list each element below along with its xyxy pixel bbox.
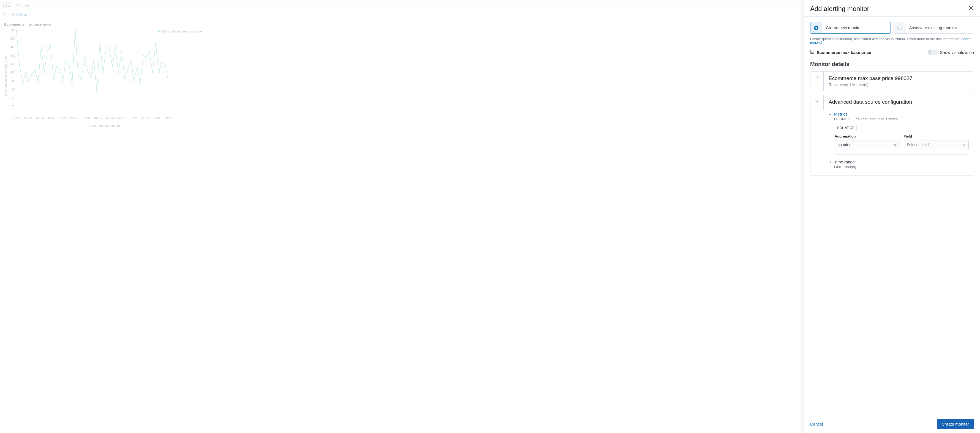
flyout-panel: Add alerting monitor Create new monitor … <box>804 0 980 433</box>
external-link-icon <box>819 41 822 45</box>
metrics-description: COUNT OF . You can add up to 1 metric. <box>834 117 899 121</box>
svg-point-49 <box>53 78 54 79</box>
svg-point-69 <box>115 47 116 48</box>
toggle-knob-off-icon: ✕ <box>928 50 932 54</box>
close-icon <box>969 6 973 10</box>
svg-point-60 <box>87 70 88 71</box>
monitor-name: Ecommerce max base price 998027 <box>829 75 969 81</box>
chart-title: Ecommerce max base price <box>4 22 205 26</box>
svg-text:100: 100 <box>11 71 16 74</box>
advanced-config-collapse[interactable] <box>810 95 824 110</box>
cancel-button[interactable]: Cancel <box>810 422 823 427</box>
svg-point-63 <box>96 91 97 92</box>
svg-text:0: 0 <box>14 113 16 116</box>
monitor-details-expand[interactable] <box>810 71 824 91</box>
svg-point-75 <box>134 80 135 81</box>
svg-text:120: 120 <box>11 62 16 65</box>
svg-text:180: 180 <box>11 37 16 40</box>
svg-point-50 <box>56 66 57 67</box>
svg-point-64 <box>99 42 100 43</box>
legend-label: Max products.base_unit_price <box>161 30 202 33</box>
chevron-down-icon <box>8 4 10 7</box>
svg-text:Jul 09: Jul 09 <box>48 116 55 119</box>
svg-text:12 PM: 12 PM <box>129 116 137 119</box>
advanced-config-accordion: Advanced data source configuration Metri… <box>810 95 974 176</box>
chevron-right-icon <box>815 75 818 78</box>
divider <box>835 154 969 155</box>
radio-create-new-monitor[interactable]: Create new monitor <box>810 22 891 33</box>
svg-text:60: 60 <box>12 88 16 91</box>
advanced-config-title: Advanced data source configuration <box>829 99 969 105</box>
svg-text:12 PM: 12 PM <box>36 116 44 119</box>
filter-icon[interactable] <box>2 12 6 17</box>
svg-point-41 <box>29 81 29 82</box>
chart-legend: Max products.base_unit_price <box>158 30 202 33</box>
chevron-down-icon <box>829 113 832 116</box>
chart-ylabel: Max products.base_unit_price <box>4 56 8 96</box>
svg-text:Tue 11: Tue 11 <box>94 116 103 119</box>
aggregation-select[interactable]: count() <box>835 140 900 149</box>
svg-point-51 <box>59 70 60 71</box>
close-button[interactable] <box>968 5 974 12</box>
legend-dot-icon <box>158 30 160 32</box>
metrics-link[interactable]: Metrics <box>834 112 847 116</box>
show-visualization-label: Show visualization <box>940 50 974 55</box>
svg-point-58 <box>81 78 82 79</box>
svg-point-80 <box>149 51 150 52</box>
svg-point-67 <box>109 49 110 50</box>
svg-point-38 <box>19 64 20 65</box>
svg-point-43 <box>34 70 35 71</box>
radio-associate-existing-monitor[interactable]: Associate existing monitor <box>894 22 974 33</box>
chart-xlabel: order_date per 3 hours <box>4 124 205 127</box>
svg-point-71 <box>121 51 122 52</box>
svg-text:12 PM: 12 PM <box>106 116 114 119</box>
chart-plot: 02040608010012014016018020012 PMSat 0812… <box>8 28 205 124</box>
svg-point-42 <box>31 74 32 75</box>
svg-point-85 <box>164 63 165 65</box>
svg-point-59 <box>84 57 85 58</box>
svg-point-79 <box>146 57 147 58</box>
svg-point-45 <box>40 47 41 48</box>
svg-point-53 <box>65 59 66 60</box>
metrics-collapse[interactable] <box>829 113 832 117</box>
svg-point-61 <box>90 77 91 78</box>
svg-text:12 PM: 12 PM <box>152 116 160 119</box>
svg-point-81 <box>152 72 153 73</box>
svg-point-52 <box>62 81 63 82</box>
svg-point-56 <box>75 30 76 31</box>
flyout-title: Add alerting monitor <box>810 5 869 13</box>
monitor-details-accordion: Ecommerce max base price 998027 Runs eve… <box>810 71 974 91</box>
chart-panel: Ecommerce max base price Max products.ba… <box>2 20 207 130</box>
svg-point-84 <box>161 62 162 63</box>
svg-text:12 PM: 12 PM <box>82 116 90 119</box>
svg-point-83 <box>158 72 159 73</box>
svg-point-48 <box>50 44 51 46</box>
create-monitor-button[interactable]: Create monitor <box>937 419 974 429</box>
svg-point-68 <box>112 66 113 67</box>
svg-point-76 <box>137 67 138 68</box>
radio-create-label: Create new monitor <box>822 22 866 33</box>
timerange-expand[interactable] <box>829 160 832 165</box>
chevron-down-icon <box>815 99 818 102</box>
add-filter-button[interactable]: + Add filter <box>9 13 27 17</box>
index-picker[interactable] <box>1 3 12 9</box>
aggregation-label: Aggregation <box>835 134 900 138</box>
database-icon <box>3 4 7 8</box>
svg-point-47 <box>47 51 48 52</box>
svg-point-40 <box>25 72 26 73</box>
svg-text:Thu 13: Thu 13 <box>140 116 149 119</box>
svg-point-78 <box>143 55 144 56</box>
svg-point-57 <box>78 76 79 78</box>
show-visualization-toggle[interactable]: ✕ <box>928 49 938 55</box>
field-label: Field <box>904 134 969 138</box>
svg-point-37 <box>16 30 17 31</box>
svg-point-0 <box>3 4 6 5</box>
field-select[interactable]: Select a field <box>904 140 969 149</box>
svg-point-54 <box>68 63 70 65</box>
svg-text:200: 200 <box>11 29 16 32</box>
svg-point-72 <box>124 78 125 79</box>
svg-point-39 <box>22 83 23 84</box>
svg-point-44 <box>37 81 38 82</box>
monitor-details-heading: Monitor details <box>810 61 974 67</box>
svg-text:20: 20 <box>12 105 16 108</box>
